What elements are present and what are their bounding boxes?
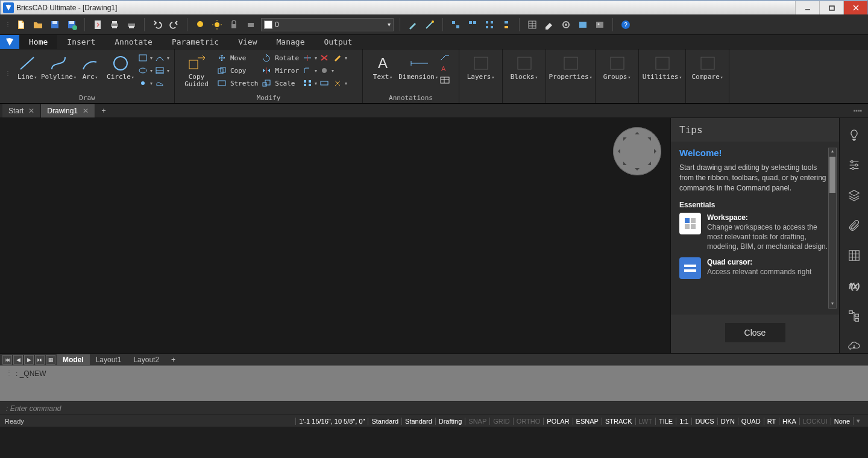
bulb-icon[interactable] [193, 18, 207, 31]
tab-drawing1[interactable]: Drawing1✕ [41, 104, 95, 118]
tab-layout1[interactable]: Layout1 [90, 354, 128, 365]
toggle-tile[interactable]: TILE [655, 418, 676, 425]
dot-icon[interactable] [318, 65, 330, 76]
spline-icon[interactable] [154, 52, 166, 63]
explode-icon[interactable] [332, 78, 344, 89]
scale-button[interactable]: Scale [260, 77, 299, 89]
layout-list[interactable]: ▦ [46, 355, 55, 365]
polyline-button[interactable]: Polyline [43, 52, 74, 81]
toggle-grid[interactable]: GRID [489, 418, 513, 425]
last-layout[interactable]: ⏭ [35, 355, 45, 365]
new-tab-button[interactable]: ＋ [95, 104, 112, 118]
panel-compare[interactable]: Compare [686, 49, 729, 103]
text-button[interactable]: AText [368, 52, 398, 81]
toggle-lwt[interactable]: LWT [635, 418, 655, 425]
tab-annotate[interactable]: Annotate [105, 35, 162, 49]
tab-layout2[interactable]: Layout2 [127, 354, 165, 365]
attach-icon[interactable] [847, 218, 861, 233]
save-icon[interactable] [48, 18, 61, 31]
panel-groups[interactable]: Groups [596, 49, 639, 103]
image-icon[interactable] [593, 18, 606, 31]
panel-layers[interactable]: Layers [459, 49, 503, 103]
copy-button[interactable]: Copy [216, 64, 258, 77]
tab-home[interactable]: Home [19, 35, 57, 49]
toggle-1:1[interactable]: 1:1 [676, 418, 691, 425]
cloud-icon[interactable] [847, 339, 861, 353]
break-icon[interactable] [318, 78, 330, 89]
tab-model[interactable]: Model [57, 354, 90, 365]
hatch-icon[interactable] [154, 65, 166, 76]
gear-icon[interactable] [559, 18, 573, 31]
navigation-disk[interactable] [613, 127, 661, 175]
fx-icon[interactable]: f(x) [847, 278, 861, 293]
layers-icon[interactable] [847, 188, 861, 202]
trim-icon[interactable] [301, 52, 313, 63]
toggle-strack[interactable]: STRACK [602, 418, 635, 425]
sheet-icon[interactable] [576, 18, 590, 31]
circle-button[interactable]: Circle [107, 52, 134, 81]
structure-icon[interactable] [847, 309, 861, 323]
export-icon[interactable] [91, 18, 104, 31]
rotate-button[interactable]: Rotate [260, 52, 299, 64]
print-preview-icon[interactable] [125, 18, 138, 31]
textstyle-icon[interactable]: A [439, 63, 451, 74]
toggle-rt[interactable]: RT [764, 418, 779, 425]
undo-icon[interactable] [151, 18, 164, 31]
grid-icon[interactable] [847, 248, 861, 263]
tips-scrollbar[interactable]: ▴▾ [828, 148, 837, 309]
prev-layout[interactable]: ◀ [13, 355, 23, 365]
add-layout[interactable]: + [165, 354, 181, 365]
toggle-none[interactable]: None [831, 418, 853, 425]
open-icon[interactable] [31, 18, 45, 31]
panel-utilities[interactable]: Utilities [639, 49, 686, 103]
cloud-icon[interactable] [154, 78, 166, 89]
menu-icon[interactable]: ▾ [853, 417, 863, 425]
table2-icon[interactable] [439, 75, 451, 86]
new-icon[interactable] [14, 18, 28, 31]
panel-properties[interactable]: Properties [546, 49, 596, 103]
tab-parametric[interactable]: Parametric [162, 35, 228, 49]
rect-icon[interactable] [137, 52, 149, 63]
sliders-icon[interactable] [847, 158, 861, 172]
tab-view[interactable]: View [228, 35, 266, 49]
dimension-button[interactable]: Dimension [400, 52, 436, 81]
mirror-button[interactable]: Mirror [260, 64, 299, 77]
toggle-quad[interactable]: QUAD [738, 418, 764, 425]
print-icon[interactable] [108, 18, 121, 31]
panel-blocks[interactable]: Blocks [503, 49, 546, 103]
erase-icon[interactable] [542, 18, 556, 31]
line-button[interactable]: Line [13, 52, 41, 81]
table-icon[interactable] [526, 18, 539, 31]
align3-icon[interactable] [483, 18, 496, 31]
toggle-snap[interactable]: SNAP [465, 418, 489, 425]
array-icon[interactable] [301, 78, 313, 89]
delete-icon[interactable] [318, 52, 330, 63]
ellipse-icon[interactable] [137, 65, 149, 76]
next-layout[interactable]: ▶ [24, 355, 34, 365]
arc-button[interactable]: Arc [76, 52, 104, 81]
toggle-polar[interactable]: POLAR [543, 418, 572, 425]
print2-icon[interactable] [244, 18, 257, 31]
toggle-ducs[interactable]: DUCS [691, 418, 717, 425]
tab-insert[interactable]: Insert [57, 35, 105, 49]
command-history[interactable]: ⋮ : _QNEW [0, 365, 868, 401]
redo-icon[interactable] [168, 18, 181, 31]
brush-icon[interactable] [406, 18, 420, 31]
toggle-lockui[interactable]: LOCKUI [799, 418, 831, 425]
close-icon[interactable]: ✕ [28, 107, 34, 115]
align4-icon[interactable] [500, 18, 513, 31]
move-button[interactable]: Move [216, 52, 258, 64]
help-icon[interactable]: ? [619, 18, 632, 31]
sun-icon[interactable] [210, 18, 224, 31]
tips-icon[interactable] [847, 128, 861, 142]
tips-close-button[interactable]: Close [725, 323, 785, 342]
align2-icon[interactable] [466, 18, 479, 31]
app-menu-icon[interactable] [0, 35, 19, 49]
point-icon[interactable] [137, 78, 149, 89]
toggle-hka[interactable]: HKA [779, 418, 799, 425]
tab-manage[interactable]: Manage [267, 35, 315, 49]
close-icon[interactable]: ✕ [83, 107, 89, 115]
first-layout[interactable]: ⏮ [2, 355, 12, 365]
copyguided-button[interactable]: Copy Guided [180, 52, 213, 88]
stretch-button[interactable]: Stretch [216, 77, 258, 89]
